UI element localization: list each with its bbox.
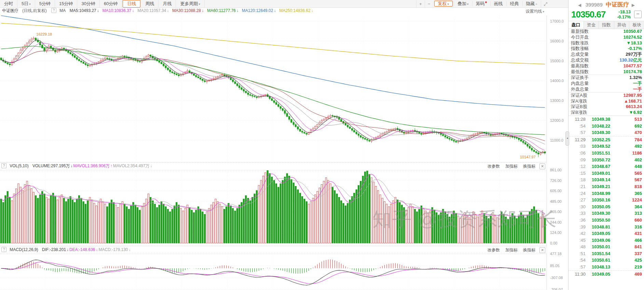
- tick-volume: 425: [634, 257, 642, 264]
- tick-row: :3010350.05364: [568, 203, 644, 210]
- action-改参数[interactable]: 改参数: [488, 163, 500, 170]
- tick-price: 10349.05: [592, 230, 626, 237]
- tab-盘口[interactable]: 盘口: [568, 21, 584, 29]
- app-window: 分时5日▾5分钟15分钟30分钟60分钟日线周线月线更多周期▾ + − 复权▾叠…: [0, 0, 644, 290]
- volume-panel-header: ? VOL(5,10) VOLUME:297.195万↓MAVOL1:366.9…: [0, 162, 547, 170]
- quote-value: 10174.78: [624, 69, 642, 75]
- volume-indicator-title: VOL(5,10): [10, 163, 28, 168]
- tick-price: 10352.25: [592, 136, 626, 143]
- tick-volume: 818: [634, 183, 642, 190]
- quote-label: 总成交额: [571, 57, 589, 63]
- quote-unit: 亿元: [633, 57, 642, 63]
- tick-row: :4210349.05431: [568, 230, 644, 237]
- svg-text:485.00: 485.00: [550, 199, 562, 203]
- price-change: -18.13 -0.17%: [617, 10, 631, 20]
- quote-value: 130.32亿元: [619, 57, 642, 63]
- tab-指数[interactable]: 指数: [599, 21, 614, 29]
- quote-label: 深证换手: [571, 75, 589, 81]
- svg-text:14000.0: 14000.0: [550, 79, 564, 83]
- tick-price: 10349.01: [592, 170, 626, 177]
- tick-list[interactable]: 11:2810349.38513:5410348.22692:5710349.3…: [568, 116, 644, 290]
- tick-volume: 1224: [632, 197, 642, 203]
- tick-volume: 469: [634, 271, 642, 278]
- tick-time: :03: [568, 143, 586, 150]
- tick-time: :36: [568, 217, 586, 224]
- change-value: -18.13: [619, 10, 631, 14]
- action-换指标[interactable]: 换指标: [523, 247, 535, 254]
- tick-time: :48: [568, 243, 586, 250]
- action-改参数[interactable]: 改参数: [488, 247, 500, 254]
- tick-row: :2410348.99365: [568, 190, 644, 197]
- tick-volume: 448: [634, 163, 642, 170]
- tab-板块[interactable]: 板块: [629, 21, 644, 29]
- quote-row-深证A股: 深证A股12987.95: [568, 93, 644, 98]
- tick-time: :12: [568, 163, 586, 170]
- tick-row: :3910348.81316: [568, 224, 644, 230]
- quote-row-外盘总量: 外盘总量一手: [568, 87, 644, 93]
- tick-time: :33: [568, 210, 586, 217]
- quote-value: 10350.67: [624, 29, 642, 35]
- tick-price: 10349.14: [592, 176, 626, 183]
- quote-label: 深B涨跌: [571, 110, 587, 116]
- quote-row-指数涨幅: 指数涨幅-0.17%: [568, 46, 644, 52]
- svg-text:0.00: 0.00: [550, 241, 557, 245]
- stock-name: 中证医疗: [606, 1, 629, 8]
- stock-name-row: ◀ 399989 中证医疗 ▶: [568, 0, 644, 9]
- quote-value: 10477.57: [624, 63, 642, 69]
- tick-time: :18: [568, 176, 586, 183]
- tick-time: 11:29: [568, 136, 586, 143]
- tick-price: 10350.01: [592, 243, 626, 250]
- tick-row: :5410350.61425: [568, 257, 644, 264]
- tick-price: 10349.38: [592, 116, 626, 123]
- panel-collapse-handle[interactable]: ◂: [565, 131, 569, 146]
- macd-indicator-title: MACD(12,26,9): [10, 247, 38, 252]
- svg-text:12000.0: 12000.0: [550, 118, 564, 122]
- action-加指标[interactable]: 加指标: [505, 247, 518, 254]
- tick-volume: 337: [634, 250, 642, 257]
- action-加指标[interactable]: 加指标: [505, 163, 518, 170]
- quote-value: ▼6.92: [629, 110, 642, 116]
- quote-row-总成交量: 总成交量297万手: [568, 52, 644, 57]
- tick-volume: 784: [634, 136, 642, 143]
- quote-row-今日开盘: 今日开盘10274.52: [568, 35, 644, 40]
- tick-volume: 567: [634, 176, 642, 183]
- tab-资金[interactable]: 资金: [584, 21, 599, 29]
- tab-异动[interactable]: 异动: [614, 21, 630, 29]
- next-stock-icon[interactable]: ▶: [632, 3, 635, 8]
- quote-row-深证B股: 深证B股6613.24: [568, 104, 644, 110]
- macd-panel-header: ? MACD(12,26,9) DIF:-238.201↓DEA:-148.63…: [0, 246, 547, 254]
- tick-row: :0910350.72402: [568, 157, 644, 163]
- quote-row-最高指数: 最高指数10477.57: [568, 63, 644, 69]
- svg-text:124.00: 124.00: [550, 230, 562, 235]
- quote-value: 6613.24: [626, 104, 642, 110]
- tick-price: 10348.22: [592, 123, 626, 130]
- macd-actions: 改参数加指标换指标✕: [485, 246, 545, 254]
- arrow-down-icon: ↓: [129, 247, 131, 252]
- tick-volume: 513: [634, 116, 642, 123]
- help-icon[interactable]: ?: [1, 163, 6, 168]
- minimize-panel-button[interactable]: −: [634, 11, 642, 18]
- tick-price: 10349.30: [592, 210, 626, 217]
- tick-price: 10350.05: [592, 203, 626, 210]
- tick-time: :15: [568, 170, 586, 177]
- tick-volume: 841: [634, 243, 642, 250]
- tick-row: :5710349.30470: [568, 129, 644, 136]
- quote-row-最新指数: 最新指数10350.67: [568, 29, 644, 35]
- quote-label: 指数涨幅: [571, 46, 589, 52]
- tick-time: :42: [568, 230, 586, 237]
- tick-price: 10348.99: [592, 190, 626, 197]
- quote-tabs: 盘口资金指数异动板块: [568, 21, 644, 29]
- tick-row: :1510349.01565: [568, 170, 644, 177]
- tick-row: :0310349.52492: [568, 143, 644, 150]
- tick-volume: 431: [634, 230, 642, 237]
- action-换指标[interactable]: 换指标: [523, 163, 535, 170]
- close-icon[interactable]: ✕: [539, 163, 545, 169]
- close-icon[interactable]: ✕: [539, 247, 545, 253]
- tick-row: 11:3010349.05469: [568, 271, 644, 278]
- prev-stock-icon[interactable]: ◀: [578, 3, 581, 8]
- volume-actions: 改参数加指标换指标✕: [485, 162, 545, 170]
- tick-time: 11:28: [568, 116, 586, 123]
- quote-label: 今日开盘: [571, 35, 589, 40]
- quote-label: 深A涨跌: [571, 98, 587, 104]
- help-icon[interactable]: ?: [1, 247, 6, 252]
